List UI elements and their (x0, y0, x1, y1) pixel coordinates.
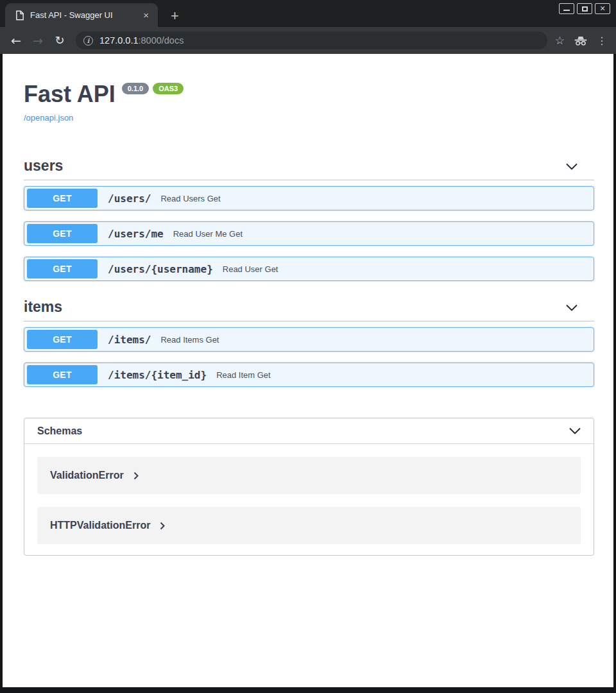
browser-tab[interactable]: Fast API - Swagger UI × (5, 3, 158, 27)
menu-kebab-icon[interactable]: ⋮ (597, 35, 607, 47)
api-title: Fast API 0.1.0 OAS3 (24, 81, 613, 107)
operation-summary: Read Item Get (216, 370, 271, 380)
api-sections: users GET /users/ Read Users Get GET /us… (24, 157, 594, 387)
url-host: 127.0.0.1 (99, 35, 138, 46)
operation-path[interactable]: /users/ (108, 193, 151, 205)
model-title: HTTPValidationError (50, 520, 150, 531)
minimize-button[interactable] (559, 3, 574, 14)
operation-row-items[interactable]: GET /items/ Read Items Get (24, 327, 594, 352)
chevron-right-icon[interactable] (133, 472, 139, 480)
page-favicon-icon (15, 10, 24, 21)
schemas-section: Schemas ValidationError HTTPValidationEr… (24, 418, 594, 556)
method-badge: GET (27, 189, 98, 208)
section-items-title: items (24, 298, 62, 317)
tab-close-icon[interactable]: × (141, 10, 151, 21)
url-path: :8000/docs (138, 35, 184, 46)
method-badge: GET (27, 259, 98, 278)
operation-summary: Read User Get (223, 264, 278, 274)
operation-row-users[interactable]: GET /users/ Read Users Get (24, 186, 594, 210)
minimize-icon (563, 10, 570, 11)
operation-path[interactable]: /users/{username} (108, 263, 213, 275)
section-users: users GET /users/ Read Users Get GET /us… (24, 157, 594, 281)
section-users-operations: GET /users/ Read Users Get GET /users/me… (24, 186, 594, 281)
incognito-icon (574, 35, 588, 46)
tab-strip: Fast API - Swagger UI × + ✕ (0, 0, 616, 27)
forward-icon: → (28, 35, 47, 47)
schemas-title: Schemas (37, 425, 82, 437)
openapi-spec-link[interactable]: /openapi.json (24, 113, 73, 123)
bookmark-star-icon[interactable]: ☆ (555, 34, 565, 47)
chevron-right-icon[interactable] (160, 522, 165, 530)
section-users-title: users (24, 157, 63, 176)
api-info: Fast API 0.1.0 OAS3 (24, 81, 613, 107)
operation-row-items-itemid[interactable]: GET /items/{item_id} Read Item Get (24, 363, 594, 387)
back-icon[interactable]: ← (6, 35, 26, 47)
api-badges: 0.1.0 OAS3 (122, 83, 184, 94)
method-badge: GET (27, 365, 98, 384)
operation-row-users-me[interactable]: GET /users/me Read User Me Get (24, 221, 594, 246)
oas3-badge: OAS3 (153, 83, 184, 94)
section-items-operations: GET /items/ Read Items Get GET /items/{i… (24, 327, 594, 387)
url-text[interactable]: 127.0.0.1:8000/docs (99, 35, 184, 46)
operation-summary: Read Items Get (160, 335, 219, 345)
model-httpvalidationerror[interactable]: HTTPValidationError (37, 507, 581, 544)
reload-icon[interactable]: ↻ (50, 35, 69, 46)
new-tab-icon[interactable]: + (171, 9, 179, 23)
chevron-down-icon[interactable] (569, 427, 581, 434)
maximize-icon (582, 6, 588, 12)
section-items: items GET /items/ Read Items Get GET /it… (24, 298, 594, 387)
model-validationerror[interactable]: ValidationError (37, 457, 581, 494)
schemas-body: ValidationError HTTPValidationError (24, 444, 594, 555)
operation-path[interactable]: /items/{item_id} (108, 369, 207, 381)
address-bar[interactable]: i 127.0.0.1:8000/docs (76, 31, 547, 49)
operation-path[interactable]: /users/me (108, 228, 164, 240)
schemas-header[interactable]: Schemas (24, 418, 594, 444)
method-badge: GET (27, 224, 98, 243)
operation-path[interactable]: /items/ (108, 334, 151, 346)
section-items-header[interactable]: items (24, 298, 594, 321)
method-badge: GET (27, 330, 98, 349)
chevron-down-icon[interactable] (566, 304, 578, 311)
tab-title: Fast API - Swagger UI (30, 10, 141, 20)
api-title-text: Fast API (24, 81, 116, 107)
window-controls: ✕ (559, 3, 610, 14)
close-icon: ✕ (599, 5, 605, 12)
site-info-icon[interactable]: i (83, 36, 93, 46)
operation-summary: Read Users Get (160, 194, 220, 203)
version-badge: 0.1.0 (122, 83, 149, 94)
swagger-page: Fast API 0.1.0 OAS3 /openapi.json users (3, 54, 613, 687)
model-title: ValidationError (50, 470, 124, 481)
operation-row-users-username[interactable]: GET /users/{username} Read User Get (24, 257, 594, 281)
chevron-down-icon[interactable] (566, 163, 578, 170)
close-button[interactable]: ✕ (595, 3, 610, 14)
section-users-header[interactable]: users (24, 157, 594, 180)
toolbar-right: ☆ ⋮ (555, 34, 610, 47)
browser-toolbar: ← → ↻ i 127.0.0.1:8000/docs ☆ ⋮ (0, 27, 616, 54)
operation-summary: Read User Me Get (173, 229, 243, 239)
browser-window: Fast API - Swagger UI × + ✕ ← → ↻ i 127.… (0, 0, 616, 693)
maximize-button[interactable] (577, 3, 592, 14)
